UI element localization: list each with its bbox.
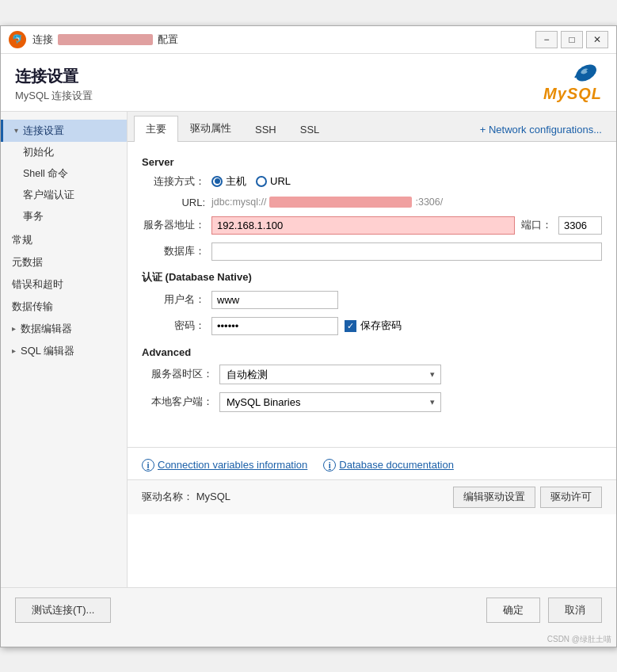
bottom-bar: 测试连接(T)... 确定 取消 [1, 587, 616, 632]
sidebar-item-general[interactable]: 常规 [1, 229, 127, 251]
sidebar-label-shell-command: Shell 命令 [23, 167, 68, 181]
network-configs-link[interactable]: + Network configurations... [472, 118, 610, 141]
server-address-input-row: 端口： [211, 216, 602, 235]
port-input[interactable] [558, 216, 602, 235]
sidebar-item-data-editor[interactable]: ▸ 数据编辑器 [1, 318, 127, 340]
url-row: URL: jdbc:mysql:// :3306/ [142, 197, 602, 208]
server-address-row: 服务器地址： 端口： [142, 216, 602, 235]
chevron-down-icon: ▾ [14, 126, 18, 135]
title-text: 连接 配置 [32, 32, 178, 47]
password-label: 密码： [142, 319, 205, 333]
sidebar-label-general: 常规 [12, 233, 32, 247]
sidebar-label-connection-settings: 连接设置 [23, 124, 64, 138]
server-address-label: 服务器地址： [142, 218, 205, 232]
radio-url-label: URL [270, 175, 291, 187]
server-timezone-row: 服务器时区： 自动检测 UTC Asia/Shanghai ▾ [142, 365, 602, 384]
header-title-block: 连接设置 MySQL 连接设置 [15, 66, 93, 103]
sidebar-item-sql-editor[interactable]: ▸ SQL 编辑器 [1, 340, 127, 362]
minimize-button[interactable]: − [535, 31, 558, 48]
sidebar-label-data-transfer: 数据传输 [12, 300, 53, 314]
database-row: 数据库： [142, 242, 602, 261]
sidebar-item-transaction[interactable]: 事务 [1, 206, 127, 227]
local-client-select[interactable]: MySQL Binaries None [219, 392, 441, 412]
tab-driver-props[interactable]: 驱动属性 [178, 115, 243, 141]
sidebar-label-transaction: 事务 [23, 210, 44, 223]
database-label: 数据库： [142, 244, 205, 258]
sidebar-item-init[interactable]: 初始化 [1, 142, 127, 163]
tab-main[interactable]: 主要 [134, 116, 178, 142]
username-input[interactable] [211, 291, 338, 309]
connection-method-row: 连接方式： 主机 URL [142, 174, 602, 189]
ok-button[interactable]: 确定 [486, 598, 540, 623]
auth-section-header: 认证 (Database Native) [142, 270, 602, 284]
radio-host-circle [211, 176, 223, 187]
driver-name-label: 驱动名称： [142, 491, 193, 502]
main-content: 主要 驱动属性 SSH SSL + Network configurations… [128, 112, 616, 587]
local-client-select-wrapper: MySQL Binaries None ▾ [219, 392, 441, 412]
svg-point-0 [573, 63, 599, 85]
sidebar-label-data-editor: 数据编辑器 [21, 322, 72, 336]
server-timezone-select[interactable]: 自动检测 UTC Asia/Shanghai [219, 365, 441, 384]
maximize-button[interactable]: □ [561, 31, 583, 48]
sidebar-label-client-auth: 客户端认证 [23, 189, 74, 202]
title-bar-left: 🐬 连接 配置 [9, 31, 178, 48]
close-button[interactable]: ✕ [586, 31, 608, 48]
watermark: CSDN @绿肚土喵 [1, 632, 616, 647]
url-prefix: jdbc:mysql:// [211, 197, 266, 208]
username-label: 用户名： [142, 292, 205, 307]
sidebar-item-connection-settings[interactable]: ▾ 连接设置 [1, 120, 127, 142]
main-window: 🐬 连接 配置 − □ ✕ 连接设置 MySQL 连接设置 [0, 25, 617, 647]
save-password-label: 保存密码 [360, 319, 402, 333]
main-title: 连接设置 [15, 66, 93, 87]
cancel-button[interactable]: 取消 [548, 598, 602, 623]
radio-host[interactable]: 主机 [211, 174, 246, 189]
password-input[interactable] [211, 317, 338, 335]
sidebar-item-metadata[interactable]: 元数据 [1, 251, 127, 273]
chevron-right-icon-2: ▸ [12, 346, 16, 355]
url-label: URL: [142, 197, 205, 208]
header: 连接设置 MySQL 连接设置 MySQL [1, 54, 616, 112]
save-password-checkbox[interactable]: ✓ 保存密码 [345, 319, 402, 333]
chevron-right-icon: ▸ [12, 324, 16, 333]
mysql-dolphin-icon: MySQL [547, 63, 602, 103]
connection-vars-link[interactable]: i Connection variables information [142, 459, 307, 472]
connection-method-radio-group: 主机 URL [211, 174, 291, 189]
check-icon: ✓ [347, 322, 354, 330]
sidebar-item-shell-command[interactable]: Shell 命令 [1, 163, 127, 185]
url-value: jdbc:mysql:// :3306/ [211, 197, 443, 208]
edit-driver-button[interactable]: 编辑驱动设置 [453, 487, 535, 508]
server-address-input[interactable] [211, 216, 515, 235]
advanced-section-header: Advanced [142, 346, 602, 358]
database-input[interactable] [211, 242, 602, 261]
sidebar-label-error-timeout: 错误和超时 [12, 277, 63, 292]
local-client-row: 本地客户端： MySQL Binaries None ▾ [142, 392, 602, 412]
server-timezone-label: 服务器时区： [142, 367, 213, 381]
sub-title: MySQL 连接设置 [15, 89, 93, 103]
footer-links: i Connection variables information i Dat… [128, 447, 616, 479]
title-redact [58, 34, 153, 45]
mysql-logo: MySQL [547, 63, 602, 103]
tab-ssh[interactable]: SSH [243, 117, 288, 141]
driver-name-value: MySQL [196, 491, 230, 502]
sidebar-group-connection: ▾ 连接设置 初始化 Shell 命令 客户端认证 事务 [1, 120, 127, 227]
tab-ssl[interactable]: SSL [288, 117, 332, 141]
test-connection-button[interactable]: 测试连接(T)... [15, 598, 111, 623]
title-bar: 🐬 连接 配置 − □ ✕ [1, 26, 616, 54]
checkbox-box: ✓ [345, 320, 356, 332]
sidebar-item-data-transfer[interactable]: 数据传输 [1, 296, 127, 318]
tabs: 主要 驱动属性 SSH SSL + Network configurations… [128, 112, 616, 142]
sidebar-item-client-auth[interactable]: 客户端认证 [1, 185, 127, 206]
url-redact [269, 197, 412, 208]
db-docs-link[interactable]: i Database documentation [323, 459, 454, 472]
url-suffix: :3306/ [415, 197, 443, 208]
info-icon-2: i [323, 459, 336, 472]
sidebar-label-metadata: 元数据 [12, 255, 43, 269]
driver-license-button[interactable]: 驱动许可 [540, 487, 602, 508]
server-section-header: Server [142, 156, 602, 168]
app-icon: 🐬 [9, 31, 26, 48]
password-row: 密码： ✓ 保存密码 [142, 317, 602, 335]
info-icon-1: i [142, 459, 154, 472]
radio-url[interactable]: URL [256, 175, 291, 187]
sidebar-item-error-timeout[interactable]: 错误和超时 [1, 273, 127, 296]
advanced-section: Advanced 服务器时区： 自动检测 UTC Asia/Shanghai ▾ [142, 346, 602, 412]
